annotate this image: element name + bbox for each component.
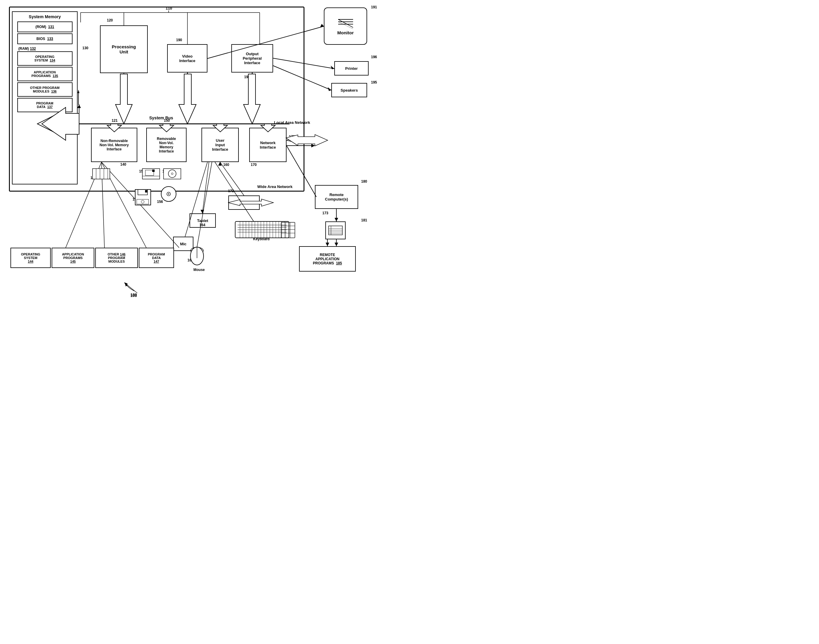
ref-100: 100: [130, 293, 137, 297]
svg-marker-115: [311, 144, 315, 147]
svg-rect-5: [328, 226, 342, 235]
mouse-label: Mouse: [193, 268, 205, 272]
svg-rect-79: [235, 221, 289, 238]
speakers-label: Speakers: [340, 88, 358, 92]
modem-label: Modem: [237, 201, 251, 205]
user-input-box: UserInputInterface: [201, 128, 239, 162]
svg-point-78: [168, 193, 169, 195]
non-removable-label: Non-RemovableNon-Vol. MemoryInterface: [100, 139, 129, 151]
app-programs-box: APPLICATIONPROGRAMS 135: [17, 67, 72, 81]
bios-label: BIOS 133: [37, 37, 53, 41]
output-peripheral-box: OutputPeripheralInterface: [231, 44, 273, 72]
system-memory-label: System Memory: [29, 14, 61, 19]
os-label: OPERATINGSYSTEM 134: [34, 55, 55, 62]
ram-label: (RAM) 132: [17, 46, 72, 51]
program-data-box: PROGRAMDATA 137: [17, 98, 72, 112]
svg-point-77: [167, 192, 170, 196]
remote-app-box: REMOTEAPPLICATIONPROGRAMS 185: [299, 246, 356, 271]
network-interface-label: NetworkInterface: [260, 141, 276, 150]
ref-156: 156: [157, 199, 163, 204]
video-interface-box: VideoInterface: [167, 44, 207, 72]
monitor-screen-icon: [337, 17, 354, 29]
remote-app-label: REMOTEAPPLICATIONPROGRAMS 185: [313, 253, 342, 265]
program-data-label: PROGRAMDATA 137: [36, 101, 53, 109]
ref-191: 191: [371, 5, 377, 9]
svg-rect-100: [281, 222, 295, 238]
svg-rect-71: [135, 190, 151, 205]
rom-box: (ROM) 131: [17, 21, 72, 32]
svg-marker-118: [326, 242, 329, 246]
os-bottom-box: OPERATINGSYSTEM144: [11, 248, 51, 268]
svg-point-75: [141, 200, 144, 203]
non-removable-box: Non-RemovableNon-Vol. MemoryInterface: [91, 128, 137, 162]
os-box: OPERATINGSYSTEM 134: [17, 51, 72, 66]
modem-box: Modem: [229, 195, 260, 210]
ref-180: 180: [361, 179, 367, 184]
svg-line-4: [338, 22, 353, 29]
other-bottom-box: OTHER 146PROGRAMMODULES: [95, 248, 138, 268]
tablet-label: Tablet: [197, 218, 208, 223]
svg-rect-74: [137, 199, 149, 204]
removable-box: RemovableNon-Vol.MemoryInterface: [146, 128, 187, 162]
ref-196: 196: [371, 55, 377, 59]
app-bottom-box: APPLICATIONPROGRAMS145: [52, 248, 94, 268]
ref-195: 195: [371, 80, 377, 84]
ref-152: 152: [132, 197, 138, 201]
ref-181: 181: [361, 218, 367, 222]
os-bottom-label: OPERATINGSYSTEM144: [21, 253, 40, 263]
other-modules-label: OTHER PROGRAMMODULES 136: [30, 86, 60, 93]
system-memory-box: System Memory (ROM) 131 BIOS 133 (RAM) 1…: [12, 11, 78, 184]
rom-label: (ROM) 131: [35, 25, 54, 29]
diagram: System Memory (ROM) 131 BIOS 133 (RAM) 1…: [0, 0, 410, 322]
remote-hdd-box: [325, 221, 346, 239]
app-bottom-label: APPLICATIONPROGRAMS145: [62, 253, 84, 263]
svg-marker-54: [334, 242, 338, 246]
processing-unit-box: ProcessingUnit: [100, 25, 148, 73]
printer-box: Printer: [334, 61, 369, 75]
processing-unit-label: ProcessingUnit: [112, 44, 136, 54]
ref-173: 173: [322, 211, 328, 215]
svg-marker-47: [328, 87, 331, 91]
svg-marker-43: [320, 24, 324, 27]
hdd-icon: [328, 224, 343, 236]
svg-marker-109: [201, 210, 204, 213]
mic-label: Mic: [180, 242, 187, 246]
tablet-box: Tablet: [190, 213, 216, 228]
speakers-box: Speakers: [331, 83, 367, 97]
removable-label: RemovableNon-Vol.MemoryInterface: [157, 136, 176, 153]
bios-box: BIOS 133: [17, 34, 72, 44]
ref-163: 163: [187, 258, 193, 262]
network-interface-box: NetworkInterface: [249, 128, 287, 162]
svg-marker-52: [334, 218, 338, 221]
other-modules-box: OTHER PROGRAMMODULES 136: [17, 82, 72, 97]
user-input-label: UserInputInterface: [212, 138, 228, 152]
svg-line-3: [338, 19, 353, 28]
printer-label: Printer: [345, 66, 358, 71]
app-programs-label: APPLICATIONPROGRAMS 135: [31, 71, 58, 78]
video-interface-label: VideoInterface: [179, 54, 195, 63]
keyboard-device-label: Keyboard: [253, 237, 270, 241]
ref-100-text: 100: [130, 293, 137, 298]
monitor-label: Monitor: [337, 30, 354, 35]
svg-marker-45: [331, 66, 334, 69]
ref-162: 162: [259, 232, 265, 236]
monitor-box: Monitor: [324, 8, 367, 45]
other-bottom-label: OTHER 146PROGRAMMODULES: [108, 253, 126, 263]
prog-data-bottom-box: PROGRAMDATA147: [139, 248, 174, 268]
prog-data-bottom-label: PROGRAMDATA147: [148, 253, 165, 263]
remote-computer-label: RemoteComputer(s): [325, 193, 348, 201]
mic-box: Mic: [173, 237, 193, 251]
remote-computer-box: RemoteComputer(s): [315, 185, 358, 209]
output-peripheral-label: OutputPeripheralInterface: [243, 52, 262, 65]
